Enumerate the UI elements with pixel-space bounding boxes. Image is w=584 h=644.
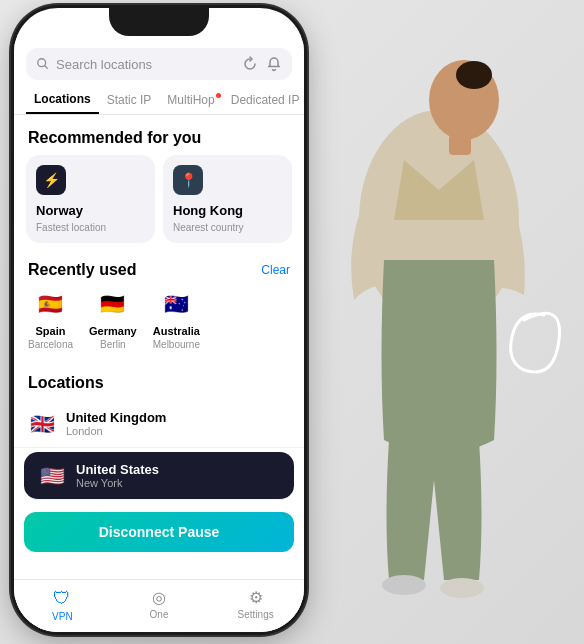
recently-used-header: Recently used Clear	[14, 255, 304, 287]
spain-city: Barcelona	[28, 339, 73, 350]
recent-item-spain[interactable]: 🇪🇸 Spain Barcelona	[28, 287, 73, 350]
location-item-us[interactable]: 🇺🇸 United States New York	[24, 452, 294, 500]
svg-rect-4	[449, 135, 471, 155]
germany-name: Germany	[89, 325, 137, 337]
search-icon	[36, 57, 50, 71]
one-icon: ◎	[152, 588, 166, 607]
us-info: United States New York	[76, 462, 159, 489]
svg-point-5	[382, 575, 426, 595]
spain-flag: 🇪🇸	[34, 287, 68, 321]
nav-vpn[interactable]: 🛡 VPN	[14, 588, 111, 622]
recent-item-australia[interactable]: 🇦🇺 Australia Melbourne	[153, 287, 200, 350]
svg-point-3	[456, 61, 492, 89]
rec-card-hongkong[interactable]: 📍 Hong Kong Nearest country	[163, 155, 292, 243]
uk-city: London	[66, 425, 166, 437]
tab-bar: Locations Static IP MultiHop Dedicated I…	[14, 86, 304, 115]
uk-name: United Kingdom	[66, 410, 166, 425]
nav-settings[interactable]: ⚙ Settings	[207, 588, 304, 622]
one-label: One	[150, 609, 169, 620]
search-placeholder: Search locations	[56, 57, 236, 72]
scroll-content: Recommended for you ⚡ Norway Fastest loc…	[14, 119, 304, 579]
location-item-uk[interactable]: 🇬🇧 United Kingdom London	[14, 400, 304, 448]
recommended-cards: ⚡ Norway Fastest location 📍 Hong Kong Ne…	[14, 155, 304, 255]
disconnect-button[interactable]: Disconnect Pause	[24, 512, 294, 552]
search-actions	[242, 56, 282, 72]
person-area	[264, 0, 584, 644]
svg-point-6	[440, 578, 484, 598]
notch	[109, 8, 209, 36]
search-bar[interactable]: Search locations	[26, 48, 292, 80]
australia-flag: 🇦🇺	[159, 287, 193, 321]
rec-card-norway[interactable]: ⚡ Norway Fastest location	[26, 155, 155, 243]
phone-frame: Search locations Locations Static IP Mul…	[14, 8, 304, 632]
recent-item-germany[interactable]: 🇩🇪 Germany Berlin	[89, 287, 137, 350]
settings-icon: ⚙	[249, 588, 263, 607]
tab-multihop[interactable]: MultiHop	[159, 87, 222, 113]
disconnect-row: Disconnect Pause	[14, 504, 304, 556]
us-city: New York	[76, 477, 159, 489]
hongkong-icon: 📍	[173, 165, 203, 195]
hongkong-name: Hong Kong	[173, 203, 282, 218]
tab-static-ip[interactable]: Static IP	[99, 87, 160, 113]
phone-content: Search locations Locations Static IP Mul…	[14, 38, 304, 632]
norway-subtitle: Fastest location	[36, 222, 145, 233]
bottom-nav: 🛡 VPN ◎ One ⚙ Settings	[14, 579, 304, 632]
germany-city: Berlin	[100, 339, 126, 350]
germany-flag: 🇩🇪	[96, 287, 130, 321]
recommended-title: Recommended for you	[14, 119, 304, 155]
hongkong-subtitle: Nearest country	[173, 222, 282, 233]
recently-used-title: Recently used	[28, 261, 261, 279]
uk-flag: 🇬🇧	[28, 412, 56, 436]
recent-items-list: 🇪🇸 Spain Barcelona 🇩🇪 Germany Berlin 🇦🇺 …	[14, 287, 304, 364]
spain-name: Spain	[36, 325, 66, 337]
australia-city: Melbourne	[153, 339, 200, 350]
refresh-icon[interactable]	[242, 56, 258, 72]
uk-info: United Kingdom London	[66, 410, 166, 437]
bell-icon[interactable]	[266, 56, 282, 72]
us-flag: 🇺🇸	[38, 464, 66, 488]
tab-locations[interactable]: Locations	[26, 86, 99, 114]
nav-one[interactable]: ◎ One	[111, 588, 208, 622]
vpn-icon: 🛡	[53, 588, 71, 609]
australia-name: Australia	[153, 325, 200, 337]
norway-name: Norway	[36, 203, 145, 218]
norway-icon: ⚡	[36, 165, 66, 195]
vpn-label: VPN	[52, 611, 73, 622]
us-name: United States	[76, 462, 159, 477]
settings-label: Settings	[238, 609, 274, 620]
locations-title: Locations	[14, 364, 304, 400]
clear-button[interactable]: Clear	[261, 263, 290, 277]
person-figure	[284, 20, 584, 630]
tab-dedicated-ip[interactable]: Dedicated IP	[223, 87, 304, 113]
